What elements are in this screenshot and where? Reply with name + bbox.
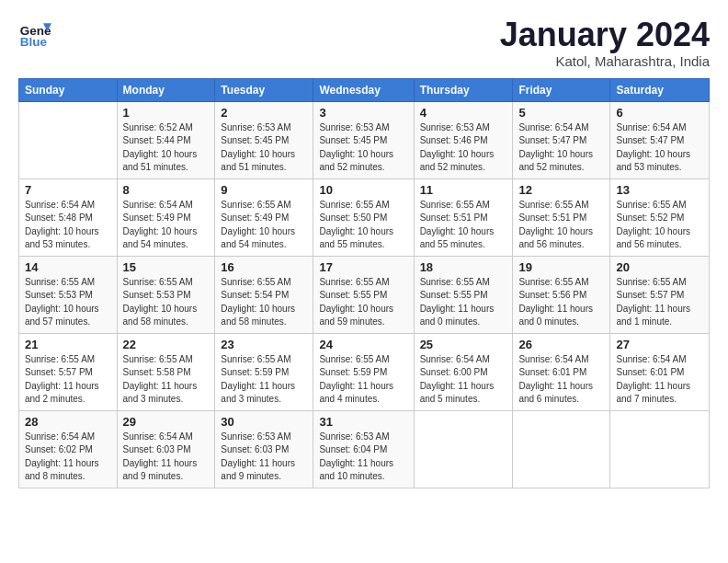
day-info: Sunrise: 6:55 AMSunset: 5:55 PMDaylight:… [319, 276, 407, 329]
table-row: 18Sunrise: 6:55 AMSunset: 5:55 PMDayligh… [414, 256, 513, 333]
day-number: 19 [518, 260, 604, 274]
week-row-4: 21Sunrise: 6:55 AMSunset: 5:57 PMDayligh… [19, 333, 710, 410]
day-info: Sunrise: 6:54 AMSunset: 6:01 PMDaylight:… [616, 353, 703, 407]
calendar-table: Sunday Monday Tuesday Wednesday Thursday… [18, 78, 710, 488]
table-row: 6Sunrise: 6:54 AMSunset: 5:47 PMDaylight… [610, 101, 710, 178]
day-info: Sunrise: 6:55 AMSunset: 5:49 PMDaylight:… [221, 199, 307, 252]
table-row: 21Sunrise: 6:55 AMSunset: 5:57 PMDayligh… [19, 333, 118, 410]
day-info: Sunrise: 6:53 AMSunset: 6:03 PMDaylight:… [221, 431, 307, 484]
day-info: Sunrise: 6:54 AMSunset: 6:00 PMDaylight:… [420, 353, 507, 407]
table-row: 4Sunrise: 6:53 AMSunset: 5:46 PMDaylight… [414, 101, 513, 178]
day-number: 8 [123, 183, 210, 197]
table-row: 8Sunrise: 6:54 AMSunset: 5:49 PMDaylight… [117, 178, 215, 256]
day-number: 13 [616, 183, 703, 197]
table-row: 10Sunrise: 6:55 AMSunset: 5:50 PMDayligh… [313, 178, 414, 256]
table-row: 5Sunrise: 6:54 AMSunset: 5:47 PMDaylight… [513, 101, 610, 178]
day-info: Sunrise: 6:55 AMSunset: 5:50 PMDaylight:… [319, 199, 407, 252]
week-row-5: 28Sunrise: 6:54 AMSunset: 6:02 PMDayligh… [19, 410, 710, 488]
day-info: Sunrise: 6:55 AMSunset: 5:57 PMDaylight:… [616, 276, 703, 329]
day-number: 11 [420, 183, 507, 197]
col-thursday: Thursday [414, 78, 513, 101]
table-row: 20Sunrise: 6:55 AMSunset: 5:57 PMDayligh… [610, 256, 710, 333]
day-number: 10 [319, 183, 407, 197]
day-number: 20 [616, 260, 703, 274]
logo: General Blue [18, 17, 51, 50]
day-info: Sunrise: 6:52 AMSunset: 5:44 PMDaylight:… [123, 121, 210, 175]
day-info: Sunrise: 6:55 AMSunset: 5:59 PMDaylight:… [221, 353, 307, 407]
day-number: 16 [221, 260, 307, 274]
day-number: 29 [123, 415, 210, 429]
table-row: 31Sunrise: 6:53 AMSunset: 6:04 PMDayligh… [313, 410, 414, 488]
day-number: 4 [420, 106, 507, 120]
col-monday: Monday [117, 78, 215, 101]
day-info: Sunrise: 6:53 AMSunset: 5:45 PMDaylight:… [221, 121, 307, 175]
day-info: Sunrise: 6:55 AMSunset: 5:57 PMDaylight:… [25, 353, 111, 407]
day-info: Sunrise: 6:53 AMSunset: 6:04 PMDaylight:… [319, 431, 407, 484]
day-number: 3 [319, 106, 407, 120]
day-info: Sunrise: 6:54 AMSunset: 6:03 PMDaylight:… [123, 431, 210, 484]
day-info: Sunrise: 6:54 AMSunset: 5:47 PMDaylight:… [518, 121, 604, 175]
table-row [19, 101, 118, 178]
table-row: 16Sunrise: 6:55 AMSunset: 5:54 PMDayligh… [215, 256, 313, 333]
col-sunday: Sunday [19, 78, 118, 101]
day-number: 6 [616, 106, 703, 120]
table-row: 19Sunrise: 6:55 AMSunset: 5:56 PMDayligh… [513, 256, 610, 333]
table-row: 30Sunrise: 6:53 AMSunset: 6:03 PMDayligh… [215, 410, 313, 488]
day-number: 2 [221, 106, 307, 120]
logo-icon: General Blue [18, 17, 51, 50]
day-number: 17 [319, 260, 407, 274]
table-row: 13Sunrise: 6:55 AMSunset: 5:52 PMDayligh… [610, 178, 710, 256]
table-row: 25Sunrise: 6:54 AMSunset: 6:00 PMDayligh… [414, 333, 513, 410]
day-info: Sunrise: 6:54 AMSunset: 6:01 PMDaylight:… [518, 353, 604, 407]
day-info: Sunrise: 6:53 AMSunset: 5:45 PMDaylight:… [319, 121, 407, 175]
day-info: Sunrise: 6:55 AMSunset: 5:54 PMDaylight:… [221, 276, 307, 329]
day-number: 25 [420, 338, 507, 351]
week-row-1: 1Sunrise: 6:52 AMSunset: 5:44 PMDaylight… [19, 101, 710, 178]
day-number: 22 [123, 338, 210, 351]
day-info: Sunrise: 6:54 AMSunset: 6:02 PMDaylight:… [25, 431, 111, 484]
day-number: 9 [221, 183, 307, 197]
day-number: 30 [221, 415, 307, 429]
header-row: Sunday Monday Tuesday Wednesday Thursday… [19, 78, 710, 101]
table-row: 2Sunrise: 6:53 AMSunset: 5:45 PMDaylight… [215, 101, 313, 178]
day-info: Sunrise: 6:55 AMSunset: 5:53 PMDaylight:… [25, 276, 111, 329]
table-row: 14Sunrise: 6:55 AMSunset: 5:53 PMDayligh… [19, 256, 118, 333]
table-row [414, 410, 513, 488]
day-number: 15 [123, 260, 210, 274]
table-row: 3Sunrise: 6:53 AMSunset: 5:45 PMDaylight… [313, 101, 414, 178]
day-number: 24 [319, 338, 407, 351]
day-info: Sunrise: 6:55 AMSunset: 5:59 PMDaylight:… [319, 353, 407, 407]
day-number: 23 [221, 338, 307, 351]
table-row: 22Sunrise: 6:55 AMSunset: 5:58 PMDayligh… [117, 333, 215, 410]
table-row: 24Sunrise: 6:55 AMSunset: 5:59 PMDayligh… [313, 333, 414, 410]
col-wednesday: Wednesday [313, 78, 414, 101]
day-info: Sunrise: 6:54 AMSunset: 5:48 PMDaylight:… [25, 199, 111, 252]
day-number: 27 [616, 338, 703, 351]
location: Katol, Maharashtra, India [500, 53, 710, 69]
table-row: 12Sunrise: 6:55 AMSunset: 5:51 PMDayligh… [513, 178, 610, 256]
day-info: Sunrise: 6:53 AMSunset: 5:46 PMDaylight:… [420, 121, 507, 175]
table-row [610, 410, 710, 488]
title-block: January 2024 Katol, Maharashtra, India [500, 17, 710, 69]
day-number: 14 [25, 260, 111, 274]
table-row: 29Sunrise: 6:54 AMSunset: 6:03 PMDayligh… [117, 410, 215, 488]
table-row: 9Sunrise: 6:55 AMSunset: 5:49 PMDaylight… [215, 178, 313, 256]
header: General Blue January 2024 Katol, Maharas… [18, 17, 710, 69]
table-row: 11Sunrise: 6:55 AMSunset: 5:51 PMDayligh… [414, 178, 513, 256]
day-number: 28 [25, 415, 111, 429]
month-title: January 2024 [500, 17, 710, 53]
day-info: Sunrise: 6:54 AMSunset: 5:47 PMDaylight:… [616, 121, 703, 175]
table-row: 7Sunrise: 6:54 AMSunset: 5:48 PMDaylight… [19, 178, 118, 256]
day-number: 21 [25, 338, 111, 351]
day-info: Sunrise: 6:55 AMSunset: 5:51 PMDaylight:… [518, 199, 604, 252]
day-number: 18 [420, 260, 507, 274]
svg-text:Blue: Blue [20, 35, 48, 49]
day-number: 5 [518, 106, 604, 120]
table-row: 1Sunrise: 6:52 AMSunset: 5:44 PMDaylight… [117, 101, 215, 178]
day-info: Sunrise: 6:55 AMSunset: 5:51 PMDaylight:… [420, 199, 507, 252]
page: General Blue January 2024 Katol, Maharas… [0, 0, 728, 498]
week-row-3: 14Sunrise: 6:55 AMSunset: 5:53 PMDayligh… [19, 256, 710, 333]
day-info: Sunrise: 6:54 AMSunset: 5:49 PMDaylight:… [123, 199, 210, 252]
table-row: 27Sunrise: 6:54 AMSunset: 6:01 PMDayligh… [610, 333, 710, 410]
col-saturday: Saturday [610, 78, 710, 101]
